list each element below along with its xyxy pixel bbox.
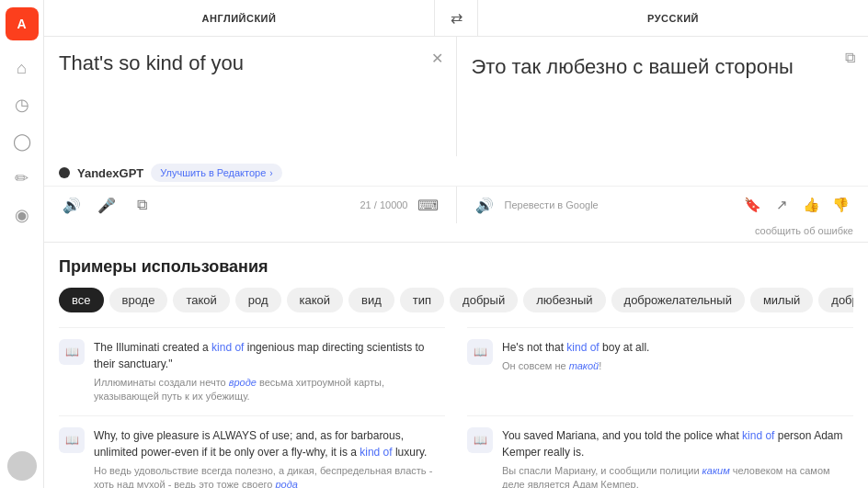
copy-translation-button[interactable]: ⧉ xyxy=(845,50,855,66)
lang-tab-english[interactable]: АНГЛИЙСКИЙ xyxy=(44,4,434,33)
translator-panel: АНГЛИЙСКИЙ ⇄ РУССКИЙ That's so kind of y… xyxy=(44,0,868,243)
examples-grid: 📖 The Illuminati created a kind of ingen… xyxy=(59,327,853,488)
chip-rod[interactable]: род xyxy=(235,288,281,312)
example-icon: 📖 xyxy=(59,339,85,365)
example-item: 📖 You saved Mariana, and you told the po… xyxy=(467,415,853,488)
toolbars: 🔊 🎤 ⧉ 21 / 10000 ⌨ 🔊 Перевести в Google … xyxy=(44,186,868,223)
improve-label: Улучшить в Редакторе xyxy=(160,167,266,178)
example-text-block: You saved Mariana, and you told the poli… xyxy=(502,427,853,488)
chevron-right-icon: › xyxy=(269,168,272,178)
highlight-takoy: такой xyxy=(569,360,600,371)
share-button[interactable]: ↗ xyxy=(769,192,794,218)
highlight-kind-of: kind of xyxy=(742,429,774,442)
keyboard-icon[interactable]: ⌨ xyxy=(416,192,441,218)
speech-icon[interactable]: ◯ xyxy=(6,125,39,158)
bookmark-icon[interactable]: ◉ xyxy=(6,199,39,232)
mic-button[interactable]: 🎤 xyxy=(94,192,120,218)
chip-dobr[interactable]: добр xyxy=(818,288,853,312)
filter-chips: все вроде такой род какой вид тип добрый… xyxy=(59,288,853,312)
source-toolbar: 🔊 🎤 ⧉ 21 / 10000 ⌨ xyxy=(44,187,457,223)
improve-in-editor-button[interactable]: Улучшить в Редакторе › xyxy=(151,164,281,182)
report-error-link[interactable]: сообщить об ошибке xyxy=(44,223,868,242)
translation-panels: That's so kind of you ✕ Это так любезно … xyxy=(44,37,868,156)
example-en: He's not that kind of boy at all. xyxy=(502,339,853,356)
example-ru: Он совсем не такой! xyxy=(502,359,853,373)
example-ru: Иллюминаты создали нечто вроде весьма хи… xyxy=(94,376,445,404)
example-en: Why, to give pleasure is ALWAYS of use; … xyxy=(94,427,445,460)
example-ru: Но ведь удовольствие всегда полезно, а д… xyxy=(94,464,445,488)
chip-vid[interactable]: вид xyxy=(348,288,394,312)
example-icon: 📖 xyxy=(59,427,85,453)
chip-dobry[interactable]: добрый xyxy=(450,288,518,312)
chip-kakoy[interactable]: какой xyxy=(287,288,344,312)
target-panel: Это так любезно с вашей стороны ⧉ xyxy=(457,37,869,156)
chip-tip[interactable]: тип xyxy=(400,288,444,312)
example-item: 📖 He's not that kind of boy at all. Он с… xyxy=(467,327,853,415)
yandex-gpt-dot xyxy=(59,167,70,178)
highlight-kind-of: kind of xyxy=(360,446,392,459)
speak-source-button[interactable]: 🔊 xyxy=(59,192,85,218)
source-input[interactable]: That's so kind of you xyxy=(59,51,441,107)
clear-button[interactable]: ✕ xyxy=(431,50,443,67)
bookmark-result-button[interactable]: 🔖 xyxy=(739,192,765,218)
sidebar: А ⌂ ◷ ◯ ✏ ◉ xyxy=(0,0,44,488)
yandex-gpt-row: YandexGPT Улучшить в Редакторе › xyxy=(44,156,868,186)
chip-lyubezny[interactable]: любезный xyxy=(523,288,605,312)
like-button[interactable]: 👍 xyxy=(798,192,824,218)
edit-icon[interactable]: ✏ xyxy=(6,162,39,195)
history-icon[interactable]: ◷ xyxy=(6,88,39,121)
main-content: АНГЛИЙСКИЙ ⇄ РУССКИЙ That's so kind of y… xyxy=(44,0,868,488)
char-count: 21 / 10000 xyxy=(360,199,408,210)
language-bar: АНГЛИЙСКИЙ ⇄ РУССКИЙ xyxy=(44,0,868,37)
example-text-block: Why, to give pleasure is ALWAYS of use; … xyxy=(94,427,445,488)
copy-source-button[interactable]: ⧉ xyxy=(129,192,154,218)
example-icon: 📖 xyxy=(467,339,493,365)
example-item: 📖 The Illuminati created a kind of ingen… xyxy=(59,327,445,415)
source-panel: That's so kind of you ✕ xyxy=(44,37,457,156)
translate-in-google-link[interactable]: Перевести в Google xyxy=(505,199,599,210)
app-logo[interactable]: А xyxy=(6,7,39,40)
example-en: You saved Mariana, and you told the poli… xyxy=(502,427,853,460)
example-en: The Illuminati created a kind of ingenio… xyxy=(94,339,445,372)
highlight-kind-of: kind of xyxy=(566,341,599,354)
chip-takoy[interactable]: такой xyxy=(173,288,229,312)
translation-output: Это так любезно с вашей стороны xyxy=(472,51,854,79)
highlight-roda: рода xyxy=(275,479,297,488)
target-toolbar: 🔊 Перевести в Google 🔖 ↗ 👍 👎 xyxy=(457,187,869,223)
highlight-kakim: каким xyxy=(702,465,730,476)
example-icon: 📖 xyxy=(467,427,493,453)
lang-swap-button[interactable]: ⇄ xyxy=(434,0,478,36)
example-text-block: He's not that kind of boy at all. Он сов… xyxy=(502,339,853,373)
chip-vrode[interactable]: вроде xyxy=(109,288,168,312)
avatar[interactable] xyxy=(7,451,37,481)
examples-section: Примеры использования все вроде такой ро… xyxy=(44,243,868,488)
home-icon[interactable]: ⌂ xyxy=(6,51,39,85)
example-ru: Вы спасли Мариану, и сообщили полиции ка… xyxy=(502,464,853,488)
lang-tab-russian[interactable]: РУССКИЙ xyxy=(478,4,868,33)
examples-title: Примеры использования xyxy=(59,257,853,277)
highlight-vrode: вроде xyxy=(229,377,257,388)
chip-all[interactable]: все xyxy=(59,288,104,312)
example-text-block: The Illuminati created a kind of ingenio… xyxy=(94,339,445,404)
char-count-area: 21 / 10000 ⌨ xyxy=(360,192,441,218)
highlight-kind-of: kind of xyxy=(211,341,244,354)
chip-dobrozhelatelny[interactable]: доброжелательный xyxy=(611,288,745,312)
speak-target-button[interactable]: 🔊 xyxy=(472,192,497,218)
chip-mily[interactable]: милый xyxy=(750,288,813,312)
example-item: 📖 Why, to give pleasure is ALWAYS of use… xyxy=(59,415,445,488)
yandex-gpt-label: YandexGPT xyxy=(77,166,143,180)
dislike-button[interactable]: 👎 xyxy=(828,192,853,218)
